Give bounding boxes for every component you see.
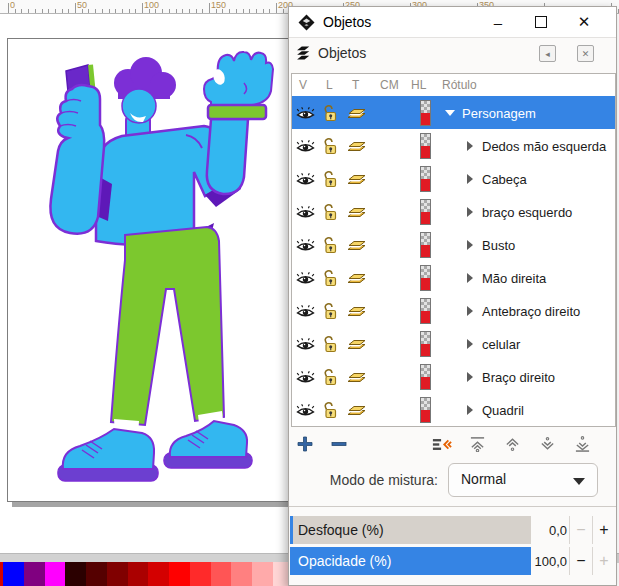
raise-to-top-button[interactable] <box>465 432 489 456</box>
layer-type-icon[interactable] <box>347 370 366 383</box>
object-row[interactable]: Dedos mão esquerda <box>292 129 615 162</box>
lower-to-bottom-button[interactable] <box>570 432 594 456</box>
expander-arrow-icon[interactable] <box>467 339 473 349</box>
maximize-button[interactable] <box>524 7 558 37</box>
object-row[interactable]: Antebraço direito <box>292 294 615 327</box>
raise-button[interactable] <box>500 432 524 456</box>
highlight-color-swatch[interactable] <box>420 364 431 390</box>
object-label[interactable]: Cabeça <box>482 171 527 186</box>
highlight-color-swatch[interactable] <box>420 397 431 423</box>
object-row[interactable]: Mão direita <box>292 261 615 294</box>
panel-close-button[interactable]: ✕ <box>577 45 594 62</box>
object-label[interactable]: braço esquerdo <box>482 204 572 219</box>
expander-arrow-icon[interactable] <box>467 273 473 283</box>
object-label[interactable]: Personagem <box>462 105 536 120</box>
unlock-icon[interactable] <box>323 368 337 385</box>
palette-swatch[interactable] <box>3 562 24 586</box>
unlock-icon[interactable] <box>323 302 337 319</box>
expander-arrow-icon[interactable] <box>467 207 473 217</box>
visibility-eye-icon[interactable] <box>296 271 315 285</box>
slider-track[interactable]: Opacidade (%) <box>290 547 531 575</box>
layer-type-icon[interactable] <box>347 403 366 416</box>
visibility-eye-icon[interactable] <box>296 205 315 219</box>
layer-type-icon[interactable] <box>347 205 366 218</box>
palette-swatch[interactable] <box>190 562 211 586</box>
unlock-icon[interactable] <box>323 170 337 187</box>
layer-type-icon[interactable] <box>347 172 366 185</box>
visibility-eye-icon[interactable] <box>296 106 315 120</box>
palette-swatch[interactable] <box>86 562 107 586</box>
palette-swatch[interactable] <box>107 562 128 586</box>
object-row[interactable]: celular <box>292 327 615 360</box>
minimize-button[interactable]: – <box>481 7 515 37</box>
layer-type-icon[interactable] <box>347 139 366 152</box>
object-row[interactable]: Braço direito <box>292 360 615 393</box>
highlight-color-swatch[interactable] <box>420 331 431 357</box>
highlight-color-swatch[interactable] <box>420 265 431 291</box>
visibility-eye-icon[interactable] <box>296 370 315 384</box>
highlight-color-swatch[interactable] <box>420 199 431 225</box>
visibility-eye-icon[interactable] <box>296 238 315 252</box>
blend-mode-dropdown[interactable]: Normal <box>448 463 598 497</box>
expander-arrow-icon[interactable] <box>467 306 473 316</box>
palette-swatch[interactable] <box>211 562 232 586</box>
unlock-icon[interactable] <box>323 335 337 352</box>
window-titlebar[interactable]: Objetos – ✕ <box>289 7 616 38</box>
move-to-layer-button[interactable] <box>430 432 454 456</box>
object-label[interactable]: Mão direita <box>482 270 546 285</box>
lower-button[interactable] <box>535 432 559 456</box>
increment-button[interactable]: + <box>592 516 615 544</box>
decrement-button[interactable]: − <box>569 547 592 575</box>
object-label[interactable]: Quadril <box>482 402 524 417</box>
close-button[interactable]: ✕ <box>567 7 601 37</box>
object-row[interactable]: Busto <box>292 228 615 261</box>
layer-type-icon[interactable] <box>347 337 366 350</box>
unlock-icon[interactable] <box>323 401 337 418</box>
layer-type-icon[interactable] <box>347 238 366 251</box>
palette-swatch[interactable] <box>65 562 86 586</box>
decrement-button[interactable]: − <box>569 516 592 544</box>
canvas-page[interactable] <box>7 38 301 502</box>
object-row[interactable]: Cabeça <box>292 162 615 195</box>
unlock-icon[interactable] <box>323 269 337 286</box>
panel-collapse-button[interactable]: ◂ <box>539 45 556 62</box>
visibility-eye-icon[interactable] <box>296 304 315 318</box>
highlight-color-swatch[interactable] <box>420 298 431 324</box>
highlight-color-swatch[interactable] <box>420 133 431 159</box>
expander-arrow-icon[interactable] <box>445 110 455 116</box>
unlock-icon[interactable] <box>323 104 337 121</box>
highlight-color-swatch[interactable] <box>420 100 431 126</box>
palette-swatch[interactable] <box>252 562 273 586</box>
object-row[interactable]: braço esquerdo <box>292 195 615 228</box>
unlock-icon[interactable] <box>323 236 337 253</box>
expander-arrow-icon[interactable] <box>467 174 473 184</box>
object-row[interactable]: Quadril <box>292 393 615 426</box>
highlight-color-swatch[interactable] <box>420 166 431 192</box>
unlock-icon[interactable] <box>323 137 337 154</box>
palette-swatch[interactable] <box>128 562 149 586</box>
visibility-eye-icon[interactable] <box>296 337 315 351</box>
unlock-icon[interactable] <box>323 203 337 220</box>
palette-swatch[interactable] <box>148 562 169 586</box>
increment-button[interactable]: + <box>592 547 615 575</box>
expander-arrow-icon[interactable] <box>467 372 473 382</box>
add-object-button[interactable] <box>293 432 317 456</box>
expander-arrow-icon[interactable] <box>467 240 473 250</box>
slider-value[interactable]: 100,0 <box>531 547 569 575</box>
slider-value[interactable]: 0,0 <box>531 516 569 544</box>
object-label[interactable]: Antebraço direito <box>482 303 580 318</box>
expander-arrow-icon[interactable] <box>467 141 473 151</box>
layer-type-icon[interactable] <box>347 271 366 284</box>
visibility-eye-icon[interactable] <box>296 403 315 417</box>
palette-swatch[interactable] <box>231 562 252 586</box>
object-label[interactable]: Busto <box>482 237 515 252</box>
object-row[interactable]: Personagem <box>292 96 615 129</box>
expander-arrow-icon[interactable] <box>467 405 473 415</box>
layer-type-icon[interactable] <box>347 106 366 119</box>
palette-swatch[interactable] <box>169 562 190 586</box>
object-label[interactable]: Braço direito <box>482 369 555 384</box>
remove-object-button[interactable] <box>327 432 351 456</box>
palette-swatch[interactable] <box>24 562 45 586</box>
highlight-color-swatch[interactable] <box>420 232 431 258</box>
object-label[interactable]: Dedos mão esquerda <box>482 138 606 153</box>
